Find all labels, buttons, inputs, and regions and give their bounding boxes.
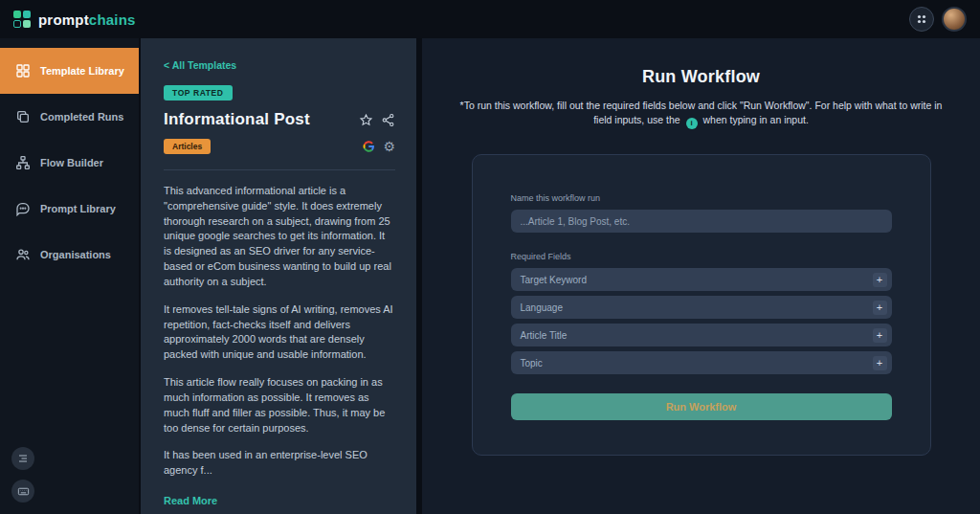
sidebar-item-label: Completed Runs [40, 111, 123, 123]
description-paragraph: This article flow really focuses on pack… [164, 375, 395, 436]
description-paragraph: It removes tell-tale signs of AI writing… [164, 302, 395, 363]
run-workflow-button[interactable]: Run Workflow [511, 393, 892, 420]
sidebar-item-organisations[interactable]: Organisations [0, 232, 139, 278]
header-actions [909, 7, 967, 32]
field-placeholder: Article Title [521, 330, 568, 341]
back-to-templates-link[interactable]: < All Templates [164, 59, 236, 71]
description-paragraph: This advanced informational article is a… [164, 184, 395, 290]
google-icon [362, 140, 375, 153]
sidebar-item-label: Prompt Library [40, 203, 116, 214]
gear-icon: ⚙ [383, 140, 395, 153]
field-placeholder: Topic [521, 358, 543, 369]
add-field-value-button[interactable]: + [873, 356, 887, 370]
people-icon [15, 247, 31, 262]
chat-icon [15, 201, 31, 216]
field-target-keyword[interactable]: Target Keyword + [511, 268, 892, 291]
description-paragraph: It has been used in an enterprise-level … [164, 448, 395, 479]
top-rated-badge: TOP RATED [164, 85, 233, 101]
keyboard-shortcuts-button[interactable] [11, 480, 34, 503]
share-icon [381, 113, 395, 127]
sidebar-item-label: Organisations [40, 249, 111, 260]
field-article-title[interactable]: Article Title + [511, 324, 892, 346]
template-description: This advanced informational article is a… [164, 184, 395, 479]
main-area: Template Library Completed Runs Flow Bui… [0, 38, 980, 514]
subtitle-text-post: when typing in an input. [703, 114, 809, 125]
app-window: promptchains Template Library [0, 0, 980, 514]
subtitle-text-pre: *To run this workflow, fill out the requ… [460, 100, 943, 125]
keyboard-icon [17, 485, 30, 498]
sidebar-item-completed-runs[interactable]: Completed Runs [0, 94, 139, 140]
brand-logo[interactable]: promptchains [13, 11, 136, 28]
sidebar: Template Library Completed Runs Flow Bui… [0, 38, 139, 514]
run-workflow-title: Run Workflow [451, 67, 951, 87]
add-field-value-button[interactable]: + [873, 301, 887, 315]
field-language[interactable]: Language + [511, 296, 892, 319]
run-name-input[interactable] [511, 210, 892, 233]
apps-menu-button[interactable] [909, 7, 934, 32]
grid-icon [15, 63, 31, 78]
sidebar-item-prompt-library[interactable]: Prompt Library [0, 186, 139, 232]
divider [164, 169, 395, 170]
copy-icon [15, 109, 31, 124]
category-badge: Articles [164, 139, 211, 154]
add-field-value-button[interactable]: + [873, 328, 887, 343]
list-indent-icon [17, 453, 29, 464]
info-icon: i [686, 118, 698, 129]
share-button[interactable] [381, 113, 395, 127]
run-name-label: Name this workflow run [511, 193, 892, 203]
sidebar-item-template-library[interactable]: Template Library [0, 48, 139, 94]
google-integration-button[interactable] [362, 140, 375, 153]
run-workflow-card: Name this workflow run Required Fields T… [472, 154, 931, 456]
required-fields-label: Required Fields [511, 252, 892, 261]
collapse-sidebar-button[interactable] [11, 447, 34, 470]
favorite-button[interactable] [359, 113, 373, 127]
star-icon [359, 113, 373, 127]
user-avatar[interactable] [942, 7, 967, 32]
template-detail-panel: < All Templates TOP RATED Informational … [139, 38, 416, 514]
apps-grid-icon [916, 13, 927, 25]
sidebar-item-flow-builder[interactable]: Flow Builder [0, 140, 139, 186]
read-more-link[interactable]: Read More [164, 495, 217, 506]
top-bar: promptchains [0, 0, 980, 38]
field-placeholder: Language [521, 302, 564, 313]
field-topic[interactable]: Topic + [511, 351, 892, 374]
sidebar-item-label: Template Library [40, 65, 124, 77]
sidebar-item-label: Flow Builder [40, 157, 103, 168]
flow-icon [15, 155, 31, 170]
sidebar-bottom-actions [11, 447, 34, 503]
template-title: Informational Post [164, 110, 310, 129]
field-placeholder: Target Keyword [521, 275, 587, 285]
add-field-value-button[interactable]: + [873, 273, 887, 287]
run-workflow-panel: Run Workflow *To run this workflow, fill… [422, 38, 980, 514]
brand-logo-icon [13, 11, 31, 28]
settings-button[interactable]: ⚙ [383, 140, 395, 153]
run-workflow-subtitle: *To run this workflow, fill out the requ… [451, 99, 951, 129]
brand-name: promptchains [38, 11, 136, 28]
